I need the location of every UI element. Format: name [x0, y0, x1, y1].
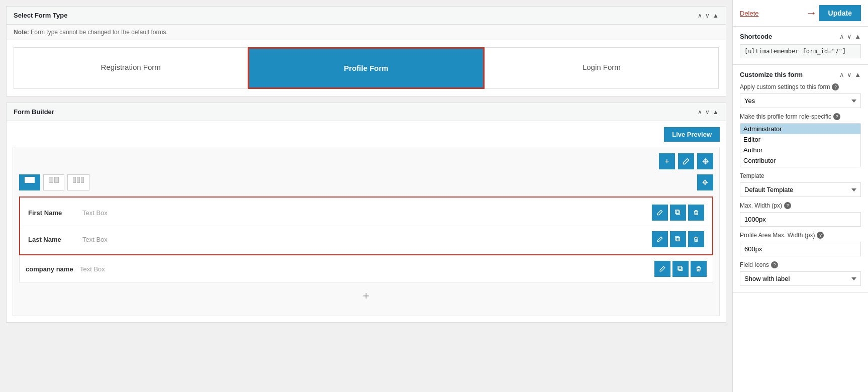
live-preview-btn[interactable]: Live Preview — [664, 127, 720, 142]
customize-collapse-down[interactable]: ∨ — [847, 71, 852, 78]
field-icons-select[interactable]: Show with label Show without label Hide — [740, 271, 861, 286]
customize-controls: ∧ ∨ ▲ — [839, 71, 861, 78]
add-row-area[interactable]: + — [19, 282, 713, 310]
field-label-company: company name — [26, 265, 76, 273]
form-builder-panel: Form Builder ∧ ∨ ▲ Live Preview + — [6, 103, 726, 323]
select-form-type-panel: Select Form Type ∧ ∨ ▲ Note: Form type c… — [6, 6, 726, 96]
shortcode-header: Shortcode ∧ ∨ ▲ — [740, 33, 861, 40]
edit-row-btn[interactable] — [678, 153, 694, 169]
field-icons-help-icon[interactable]: ? — [771, 261, 778, 268]
column-selector: ✥ — [19, 174, 713, 190]
apply-custom-label: Apply custom settings to this form ? — [740, 83, 861, 90]
table-row: company name Text Box — [20, 255, 713, 282]
shortcode-expand[interactable]: ▲ — [854, 33, 861, 40]
company-field-row: company name Text Box — [19, 255, 713, 282]
field-label-lastname: Last Name — [28, 236, 78, 243]
role-listbox[interactable]: Administrator Editor Author Contributor — [740, 123, 861, 167]
field-icons-label: Field Icons ? — [740, 261, 861, 268]
shortcode-controls: ∧ ∨ ▲ — [839, 33, 861, 40]
shortcode-collapse-down[interactable]: ∨ — [847, 33, 852, 40]
copy-firstname-btn[interactable] — [670, 205, 686, 221]
row-top-controls: + ✥ — [19, 153, 713, 169]
fb-collapse-up-icon[interactable]: ∧ — [698, 109, 702, 116]
svg-rect-4 — [679, 267, 683, 271]
table-row: First Name Text Box — [22, 200, 710, 226]
svg-rect-0 — [677, 211, 680, 215]
apply-help-icon[interactable]: ? — [832, 83, 839, 90]
add-row-icon: + — [363, 289, 369, 303]
copy-company-btn[interactable] — [672, 261, 689, 277]
collapse-up-icon[interactable]: ∧ — [698, 12, 702, 19]
form-type-selector: Registration Form Profile Form Login For… — [7, 40, 726, 96]
arrow-icon: → — [806, 7, 817, 20]
template-select[interactable]: Default Template — [740, 182, 861, 197]
add-field-btn[interactable]: + — [659, 153, 675, 169]
two-col-btn[interactable] — [43, 174, 64, 190]
field-type-firstname: Text Box — [82, 209, 108, 217]
collapse-down-icon[interactable]: ∨ — [705, 12, 710, 19]
customize-collapse-up[interactable]: ∧ — [839, 71, 844, 78]
delete-lastname-btn[interactable] — [688, 231, 704, 247]
row-drag-btn[interactable]: ✥ — [697, 174, 713, 190]
expand-icon[interactable]: ▲ — [713, 12, 719, 19]
note-bar: Note: Form type cannot be changed for th… — [7, 25, 726, 40]
shortcode-collapse-up[interactable]: ∧ — [839, 33, 844, 40]
three-col-btn[interactable] — [67, 174, 89, 190]
registration-form-btn[interactable]: Registration Form — [14, 47, 248, 89]
delete-company-btn[interactable] — [691, 261, 707, 277]
select-form-type-header: Select Form Type ∧ ∨ ▲ — [7, 7, 726, 25]
right-sidebar: Delete → Update Shortcode ∧ ∨ ▲ [ultimat… — [732, 0, 868, 392]
customize-header: Customize this form ∧ ∨ ▲ — [740, 71, 861, 78]
delete-firstname-btn[interactable] — [688, 205, 704, 221]
customize-expand[interactable]: ▲ — [854, 71, 861, 78]
shortcode-value: [ultimatemember form_id="7"] — [740, 44, 861, 58]
max-width-input[interactable] — [740, 212, 861, 227]
delete-link[interactable]: Delete — [740, 10, 759, 17]
copy-lastname-btn[interactable] — [670, 231, 686, 247]
field-type-lastname: Text Box — [82, 236, 108, 243]
max-width-help-icon[interactable]: ? — [784, 202, 791, 209]
form-builder-controls: ∧ ∨ ▲ — [698, 109, 719, 116]
form-builder-header: Form Builder ∧ ∨ ▲ — [7, 103, 726, 121]
fields-container: First Name Text Box — [19, 197, 713, 255]
field-actions-lastname — [652, 231, 704, 247]
apply-custom-select[interactable]: Yes No — [740, 93, 861, 108]
customize-title: Customize this form — [740, 71, 803, 78]
form-builder-area: Live Preview + ✥ — [7, 121, 726, 322]
svg-rect-3 — [676, 237, 679, 240]
svg-rect-1 — [676, 210, 679, 214]
panel-header-controls: ∧ ∨ ▲ — [698, 12, 719, 19]
move-row-btn[interactable]: ✥ — [697, 153, 713, 169]
role-help-icon[interactable]: ? — [833, 113, 840, 120]
field-type-company: Text Box — [80, 265, 105, 273]
note-prefix: Note: — [14, 29, 29, 36]
template-label: Template — [740, 172, 861, 179]
profile-form-btn[interactable]: Profile Form — [248, 47, 484, 89]
field-actions-firstname — [652, 205, 704, 221]
profile-area-input[interactable] — [740, 242, 861, 256]
shortcode-title: Shortcode — [740, 33, 772, 40]
update-area: → Update — [806, 5, 861, 21]
profile-area-help-icon[interactable]: ? — [817, 232, 824, 239]
max-width-label: Max. Width (px) ? — [740, 202, 861, 209]
fb-expand-icon[interactable]: ▲ — [713, 109, 719, 116]
edit-firstname-btn[interactable] — [652, 205, 668, 221]
field-label-firstname: First Name — [28, 209, 78, 217]
login-form-btn[interactable]: Login Form — [485, 47, 719, 89]
live-preview-bar: Live Preview — [13, 127, 720, 142]
fb-collapse-down-icon[interactable]: ∨ — [705, 109, 710, 116]
shortcode-section: Shortcode ∧ ∨ ▲ [ultimatemember form_id=… — [733, 27, 868, 65]
note-text: Form type cannot be changed for the defa… — [31, 29, 168, 36]
edit-lastname-btn[interactable] — [652, 231, 668, 247]
sidebar-top-bar: Delete → Update — [733, 0, 868, 27]
svg-rect-5 — [678, 266, 682, 270]
svg-rect-2 — [677, 238, 680, 241]
form-builder-title: Form Builder — [14, 108, 54, 116]
edit-company-btn[interactable] — [654, 261, 670, 277]
select-form-type-title: Select Form Type — [14, 12, 67, 19]
single-col-btn[interactable] — [19, 174, 40, 190]
profile-area-label: Profile Area Max. Width (px) ? — [740, 232, 861, 239]
update-button[interactable]: Update — [819, 5, 861, 21]
role-specific-label: Make this profile form role-specific ? — [740, 113, 861, 120]
table-row: Last Name Text Box — [22, 226, 710, 252]
